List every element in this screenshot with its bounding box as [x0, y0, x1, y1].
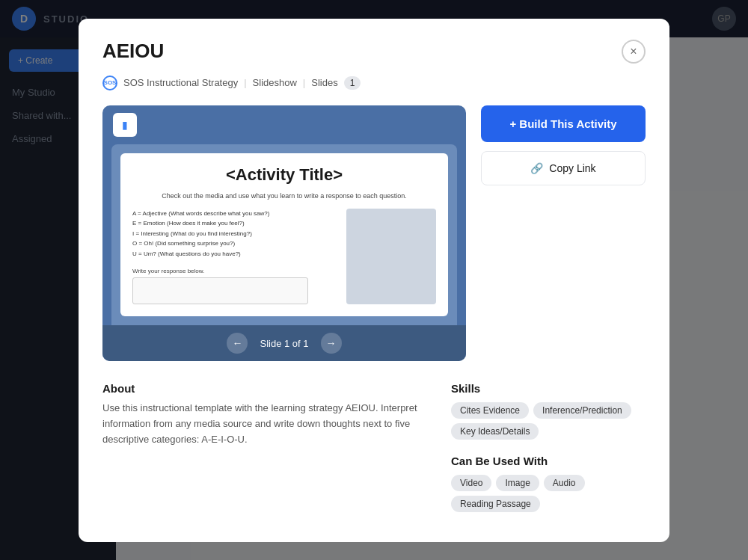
used-with-tag: Video — [451, 475, 491, 491]
skills-section: Skills Cites EvidenceInference/Predictio… — [451, 382, 646, 440]
about-section: About Use this instructional template wi… — [102, 382, 421, 527]
slide-prev-button[interactable]: ← — [227, 333, 248, 354]
modal-body: ▮ <Activity Title> Check out the media a… — [102, 105, 646, 362]
skills-tags: Cites EvidenceInference/PredictionKey Id… — [451, 402, 646, 440]
modal-header: AEIOU × — [102, 40, 646, 64]
copy-link-button[interactable]: 🔗 Copy Link — [481, 151, 646, 185]
skills-section-container: Skills Cites EvidenceInference/Predictio… — [451, 382, 646, 527]
slides-count-badge: 1 — [344, 76, 361, 90]
build-activity-button[interactable]: + Build This Activity — [481, 105, 646, 142]
slide-list-item: I = Interesting (What do you find intere… — [132, 229, 339, 239]
skill-tag: Inference/Prediction — [533, 402, 631, 419]
about-text: Use this instructional template with the… — [102, 401, 421, 447]
slideshow-area: ▮ <Activity Title> Check out the media a… — [102, 105, 466, 362]
modal-about: About Use this instructional template wi… — [102, 382, 646, 527]
sos-icon: SOS — [102, 76, 117, 90]
slide-bookmark-icon: ▮ — [113, 113, 137, 137]
slide-list-item: E = Emotion (How does it make you feel?) — [132, 218, 339, 229]
close-button[interactable]: × — [622, 40, 646, 64]
modal: AEIOU × SOS SOS Instructional Strategy |… — [79, 19, 669, 542]
slide-list: A = Adjective (What words describe what … — [132, 209, 339, 259]
slide-content: <Activity Title> Check out the media and… — [111, 144, 457, 326]
slides-label: Slides — [311, 77, 337, 88]
slide-inner: <Activity Title> Check out the media and… — [120, 153, 448, 317]
modal-title: AEIOU — [102, 40, 164, 63]
slide-counter: Slide 1 of 1 — [260, 338, 308, 349]
slide-list-item: O = Oh! (Did something surprise you?) — [132, 239, 339, 249]
slide-list-item: A = Adjective (What words describe what … — [132, 209, 339, 219]
slide-response-box — [132, 277, 308, 304]
skill-tag: Key Ideas/Details — [451, 423, 539, 440]
slide-description: Check out the media and use what you lea… — [132, 192, 436, 200]
skill-tag: Cites Evidence — [451, 402, 529, 419]
used-with-tag: Image — [496, 475, 539, 491]
slide-title: <Activity Title> — [132, 165, 436, 185]
modal-meta: SOS SOS Instructional Strategy | Slidesh… — [102, 76, 646, 90]
used-with-section: Can Be Used With VideoImageAudioReading … — [451, 455, 646, 512]
slide-two-col: A = Adjective (What words describe what … — [132, 209, 436, 305]
used-with-tag: Audio — [544, 475, 585, 491]
action-panel: + Build This Activity 🔗 Copy Link — [481, 105, 646, 362]
used-with-tags: VideoImageAudioReading Passage — [451, 475, 646, 512]
slide-navigation: ← Slide 1 of 1 → — [102, 325, 466, 361]
slide-image-placeholder — [346, 209, 436, 305]
slide-left: A = Adjective (What words describe what … — [132, 209, 339, 305]
about-heading: About — [102, 382, 421, 395]
slide-next-button[interactable]: → — [321, 333, 342, 354]
slide-response-label: Write your response below. — [132, 268, 339, 274]
used-with-tag: Reading Passage — [451, 496, 540, 512]
strategy-label: SOS Instructional Strategy — [123, 77, 238, 88]
skills-heading: Skills — [451, 382, 646, 395]
link-icon: 🔗 — [530, 162, 543, 174]
slideshow-label: Slideshow — [253, 77, 297, 88]
slide-header: ▮ — [102, 105, 466, 144]
slide-list-item: U = Um? (What questions do you have?) — [132, 249, 339, 259]
used-with-heading: Can Be Used With — [451, 455, 646, 467]
